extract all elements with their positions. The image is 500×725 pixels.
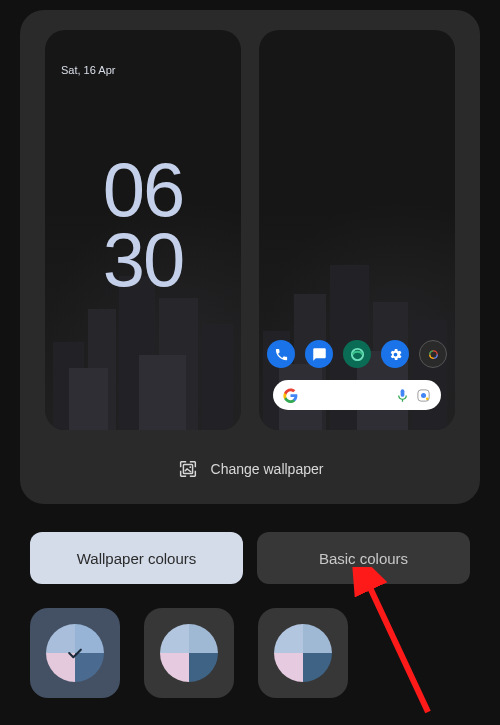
tab-wallpaper-colours[interactable]: Wallpaper colours <box>30 532 243 584</box>
search-bar <box>273 380 441 410</box>
clock-hours: 06 <box>45 155 241 225</box>
svg-point-7 <box>426 397 429 400</box>
svg-point-6 <box>421 393 426 398</box>
phone-app-icon <box>267 340 295 368</box>
colour-swatch[interactable] <box>258 608 348 698</box>
tab-label: Wallpaper colours <box>77 550 197 567</box>
change-wallpaper-label: Change wallpaper <box>211 461 324 477</box>
preview-card: Sat, 16 Apr 06 30 <box>20 10 480 504</box>
messages-app-icon <box>305 340 333 368</box>
change-wallpaper-button[interactable]: Change wallpaper <box>34 458 466 480</box>
lockscreen-date: Sat, 16 Apr <box>61 64 115 76</box>
check-icon <box>65 643 85 663</box>
colour-swatch[interactable] <box>144 608 234 698</box>
mic-icon <box>395 388 410 403</box>
colour-pie-icon <box>274 624 332 682</box>
clock-minutes: 30 <box>45 225 241 295</box>
google-logo-icon <box>283 388 298 403</box>
preview-row: Sat, 16 Apr 06 30 <box>34 30 466 430</box>
svg-point-9 <box>189 466 191 468</box>
colour-swatches-row <box>30 608 470 698</box>
settings-app-icon <box>381 340 409 368</box>
lockscreen-clock: 06 30 <box>45 155 241 295</box>
colour-pie-icon <box>160 624 218 682</box>
colour-source-tabs: Wallpaper colours Basic colours <box>30 532 470 584</box>
wallpaper-icon <box>177 458 199 480</box>
browser-edge-app-icon <box>343 340 371 368</box>
tab-basic-colours[interactable]: Basic colours <box>257 532 470 584</box>
camera-app-icon <box>419 340 447 368</box>
app-dock <box>259 340 455 368</box>
lens-icon <box>416 388 431 403</box>
homescreen-preview[interactable] <box>259 30 455 430</box>
colour-swatch[interactable] <box>30 608 120 698</box>
tab-label: Basic colours <box>319 550 408 567</box>
lockscreen-preview[interactable]: Sat, 16 Apr 06 30 <box>45 30 241 430</box>
